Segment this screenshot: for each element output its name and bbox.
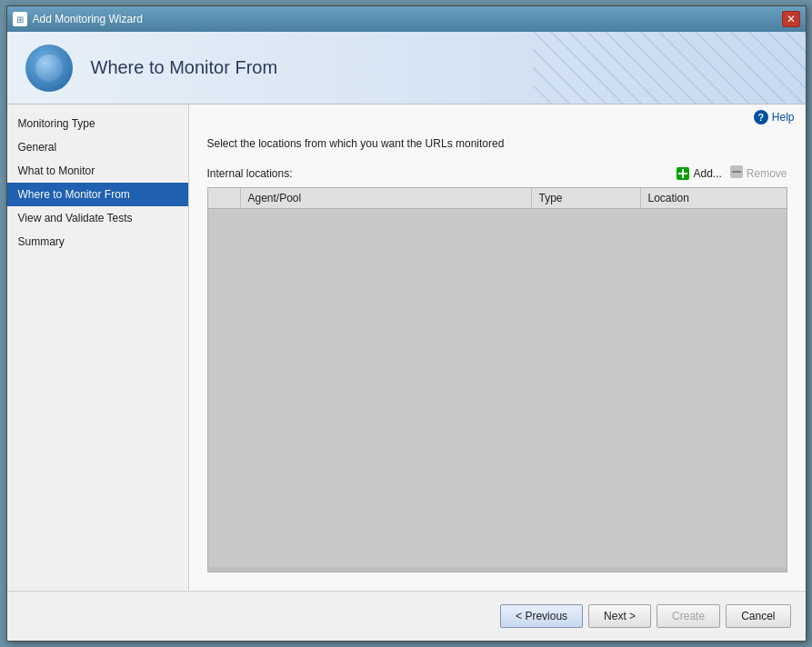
wizard-body: Monitoring Type General What to Monitor …	[7, 105, 806, 591]
remove-label: Remove	[747, 167, 787, 180]
content-area: Internal locations: Add...	[189, 164, 806, 591]
sidebar-item-summary[interactable]: Summary	[7, 230, 188, 254]
help-button[interactable]: ? Help	[754, 110, 795, 124]
cancel-button[interactable]: Cancel	[726, 604, 790, 628]
window-icon: ⊞	[13, 12, 27, 26]
col-location: Location	[641, 188, 787, 208]
header-banner: Where to Monitor From	[7, 32, 806, 105]
sidebar: Monitoring Type General What to Monitor …	[7, 105, 189, 591]
instruction-text: Select the locations from which you want…	[189, 130, 806, 164]
internal-locations-label: Internal locations:	[207, 167, 293, 180]
table-header: Agent/Pool Type Location	[208, 188, 787, 209]
add-label: Add...	[693, 167, 721, 180]
header-logo-inner	[35, 55, 63, 82]
sidebar-item-monitoring-type[interactable]: Monitoring Type	[7, 112, 188, 135]
next-button[interactable]: Next >	[588, 604, 651, 628]
wizard-footer: < Previous Next > Create Cancel	[7, 591, 806, 641]
remove-icon	[729, 164, 744, 182]
window-title: Add Monitoring Wizard	[33, 13, 143, 25]
col-checkbox	[208, 188, 241, 208]
help-label: Help	[772, 111, 795, 124]
help-bar: ? Help	[189, 105, 806, 130]
sidebar-item-where-to-monitor-from[interactable]: Where to Monitor From	[7, 183, 188, 206]
create-button[interactable]: Create	[657, 604, 720, 628]
sidebar-item-view-validate-tests[interactable]: View and Validate Tests	[7, 206, 188, 230]
add-icon	[676, 166, 690, 181]
col-type: Type	[532, 188, 641, 208]
svg-rect-2	[678, 173, 687, 174]
locations-table: Agent/Pool Type Location	[207, 187, 787, 572]
remove-button[interactable]: Remove	[729, 164, 787, 182]
help-icon: ?	[754, 110, 768, 124]
previous-button[interactable]: < Previous	[500, 604, 583, 628]
main-content: ? Help Select the locations from which y…	[189, 105, 806, 591]
add-button[interactable]: Add...	[676, 166, 721, 181]
table-body	[208, 209, 787, 567]
wizard-window: ⊞ Add Monitoring Wizard ✕ Where to Monit…	[6, 5, 807, 642]
sidebar-item-general[interactable]: General	[7, 135, 188, 159]
title-bar: ⊞ Add Monitoring Wizard ✕	[7, 6, 806, 32]
col-agent-pool: Agent/Pool	[241, 188, 532, 208]
header-logo	[25, 45, 73, 92]
section-header: Internal locations: Add...	[207, 164, 787, 182]
title-bar-left: ⊞ Add Monitoring Wizard	[13, 12, 143, 26]
header-decoration	[533, 32, 806, 105]
sidebar-item-what-to-monitor[interactable]: What to Monitor	[7, 159, 188, 183]
action-buttons: Add... Remove	[676, 164, 787, 182]
page-title: Where to Monitor From	[91, 57, 278, 78]
svg-rect-4	[732, 171, 741, 173]
close-button[interactable]: ✕	[782, 11, 800, 27]
